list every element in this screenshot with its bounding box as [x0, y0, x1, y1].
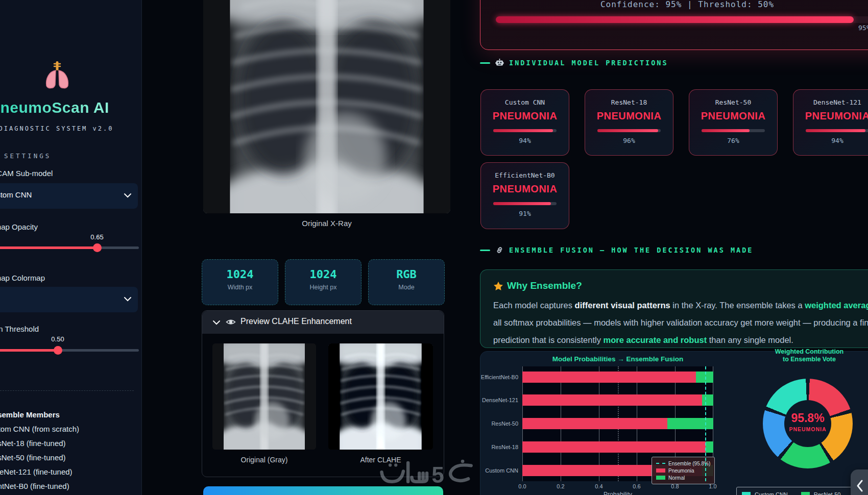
dash-icon [480, 250, 490, 251]
mode-label: Mode [369, 284, 444, 291]
donut-center-label: PNEUMONIA [784, 426, 831, 432]
bar-densenet121 [522, 394, 713, 406]
threshold-slider[interactable] [0, 349, 139, 358]
legend-pneumonia-swatch [656, 468, 665, 473]
why-text: Each model captures different visual pat… [493, 296, 868, 349]
pred-label: PNEUMONIA [793, 110, 868, 122]
bar-chart-xticks: 0.0 0.2 0.4 0.6 0.8 1.0 [522, 483, 713, 491]
opacity-slider-thumb[interactable] [93, 243, 102, 252]
pred-label: PNEUMONIA [689, 110, 777, 122]
chevron-down-icon [212, 319, 221, 326]
confidence-bar-value: 95% [858, 24, 868, 32]
pred-model: Custom CNN [481, 98, 569, 106]
section-individual-predictions: INDIVIDUAL MODEL PREDICTIONS [480, 59, 668, 67]
width-value: 1024 [202, 268, 278, 281]
section-title: ENSEMBLE FUSION — HOW THE DECISION WAS M… [509, 246, 754, 254]
link-icon [495, 246, 504, 254]
khamsat-watermark: 5 [379, 458, 487, 492]
pred-label: PNEUMONIA [585, 110, 673, 122]
mode-value: RGB [369, 268, 444, 281]
confidence-bar-fill [496, 16, 854, 23]
preview-clahe-image[interactable] [328, 343, 433, 450]
chevron-left-icon [856, 480, 864, 492]
info-card-mode: RGB Mode [368, 259, 445, 305]
xray-caption: Original X-Ray [225, 219, 429, 228]
section-ensemble-fusion: ENSEMBLE FUSION — HOW THE DECISION WAS M… [480, 246, 754, 254]
pred-model: EfficientNet-B0 [481, 171, 569, 179]
opacity-label: Heatmap Opacity [0, 222, 38, 231]
pred-model: ResNet-50 [689, 98, 777, 106]
height-label: Height px [285, 284, 361, 291]
svg-text:5: 5 [431, 462, 444, 487]
gradcam-select[interactable]: Custom CNN [0, 183, 138, 209]
pred-label: PNEUMONIA [481, 110, 569, 122]
why-title: Why Ensemble? [507, 280, 582, 291]
eye-icon [226, 318, 236, 326]
sidebar: PneumoScan AI DIAGNOSTIC SYSTEM v2.0 SET… [0, 0, 142, 495]
opacity-slider[interactable] [0, 246, 139, 255]
bar-resnet50 [522, 418, 713, 429]
app-subtitle: DIAGNOSTIC SYSTEM v2.0 [0, 125, 133, 132]
legend-custom-cnn-swatch [742, 492, 751, 495]
original-xray-image[interactable] [203, 0, 450, 213]
confidence-bar-track [496, 16, 868, 23]
donut-legend: Custom CNN ResNet-50 [736, 487, 868, 495]
star-icon [493, 281, 503, 291]
member-item: ResNet-18 (fine-tuned) [0, 439, 66, 448]
info-card-height: 1024 Height px [285, 259, 361, 305]
colormap-select[interactable] [0, 287, 138, 312]
threshold-slider-thumb[interactable] [54, 346, 62, 355]
ensemble-line [705, 366, 706, 481]
legend-resnet50-swatch [801, 492, 810, 495]
member-item: ResNet-50 (fine-tuned) [0, 453, 66, 462]
bar-resnet18 [522, 441, 713, 453]
pred-card-densenet121: DenseNet-121 PNEUMONIA 94% [793, 89, 868, 156]
clahe-expander-header[interactable]: Preview CLAHE Enhancement [202, 311, 444, 334]
donut-center-value: 95.8% [784, 411, 831, 425]
pred-model: DenseNet-121 [793, 98, 868, 106]
bar-efficientnetb0 [522, 372, 713, 383]
pred-pct: 94% [481, 137, 569, 144]
preview-original-image[interactable] [212, 343, 316, 450]
legend-normal-swatch [656, 476, 665, 480]
settings-heading: SETTINGS [4, 152, 51, 160]
app-title: PneumoScan AI [0, 99, 109, 116]
section-title: INDIVIDUAL MODEL PREDICTIONS [509, 59, 668, 67]
divider [0, 390, 134, 391]
robot-icon [495, 59, 504, 67]
width-label: Width px [202, 284, 278, 291]
height-value: 1024 [285, 268, 361, 281]
members-heading: Ensemble Members [0, 410, 60, 419]
clahe-expander: Preview CLAHE Enhancement Original (Gray… [202, 310, 444, 477]
threshold-value: 0.50 [37, 335, 78, 343]
member-item: DenseNet-121 (fine-tuned) [0, 467, 73, 476]
why-ensemble-card: Why Ensemble? Each model captures differ… [480, 269, 868, 348]
clahe-expander-title: Preview CLAHE Enhancement [240, 317, 352, 326]
pred-card-resnet50: ResNet-50 PNEUMONIA 76% [689, 89, 778, 156]
lungs-icon [44, 60, 70, 90]
bar-chart-title: Model Probabilities → Ensemble Fusion [516, 355, 720, 363]
donut-center: 95.8% PNEUMONIA [784, 400, 831, 447]
member-item: EfficientNet-B0 (fine-tuned) [0, 482, 69, 490]
pred-card-resnet18: ResNet-18 PNEUMONIA 96% [585, 89, 673, 156]
member-item: Custom CNN (from scratch) [0, 425, 79, 433]
pred-pct: 96% [585, 137, 673, 144]
colormap-label: Heatmap Colormap [0, 274, 45, 282]
gradcam-label: Grad-CAM Sub-model [0, 169, 53, 178]
pred-card-efficientnetb0: EfficientNet-B0 PNEUMONIA 91% [480, 162, 569, 229]
pred-pct: 76% [689, 137, 777, 144]
pred-pct: 94% [793, 137, 868, 144]
pred-label: PNEUMONIA [481, 183, 569, 195]
pred-pct: 91% [481, 210, 569, 217]
pred-card-custom-cnn: Custom CNN PNEUMONIA 94% [480, 89, 569, 156]
preview-original-caption: Original (Gray) [212, 456, 316, 464]
collapse-panel-button[interactable] [851, 469, 868, 495]
pred-model: ResNet-18 [585, 98, 673, 106]
legend-ensemble-swatch [656, 463, 665, 464]
confidence-line: Confidence: 95% | Threshold: 50% [480, 0, 868, 9]
gradcam-select-value: Custom CNN [0, 190, 32, 199]
info-card-width: 1024 Width px [202, 259, 278, 305]
opacity-value: 0.65 [77, 233, 117, 241]
bar-chart-xlabel: Probability [567, 491, 669, 495]
donut-chart-title: Weighted Contribution to Ensemble Vote [748, 348, 868, 363]
